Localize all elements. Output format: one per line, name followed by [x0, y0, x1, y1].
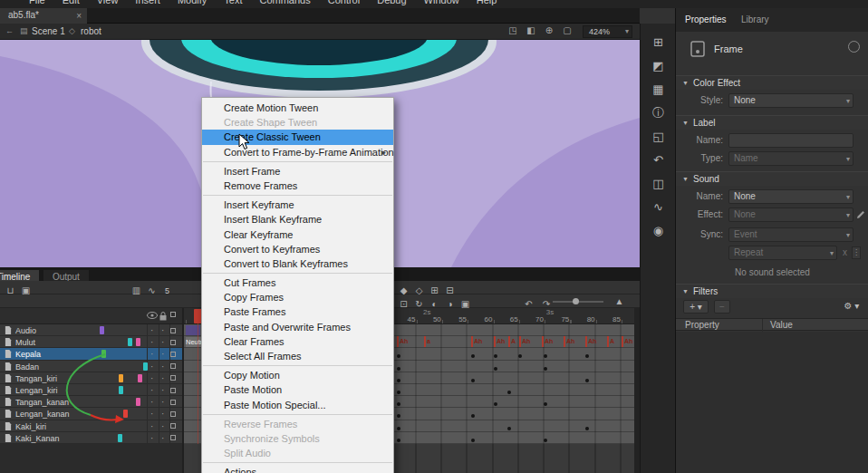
keyframe-dot[interactable]	[397, 391, 400, 394]
camera-panel-icon[interactable]: ◉	[641, 219, 676, 243]
parent-link-swatch[interactable]	[143, 362, 148, 371]
document-tab[interactable]: ab5.fla* ×	[0, 8, 87, 24]
outline-all-icon[interactable]	[170, 312, 176, 317]
context-menu-item[interactable]: Clear Frames	[202, 334, 393, 349]
sound-name-select[interactable]: None ▾	[728, 189, 854, 204]
outline-color-swatch[interactable]	[170, 363, 176, 369]
remove-filter-button[interactable]: −	[714, 300, 730, 314]
menu-file[interactable]: File	[29, 0, 45, 8]
context-menu-item[interactable]: Copy Motion	[202, 368, 393, 382]
keyframe-dot[interactable]	[518, 354, 522, 358]
context-menu-item[interactable]: Paste Motion	[202, 382, 393, 397]
keyframe-dot[interactable]	[507, 427, 511, 430]
context-menu-item[interactable]: Copy Frames	[202, 290, 393, 304]
edit-effect-icon[interactable]	[856, 210, 865, 219]
visibility-dot[interactable]: ·	[150, 349, 153, 359]
add-filter-button[interactable]: + ▾	[683, 300, 709, 314]
visibility-dot[interactable]: ·	[150, 421, 153, 431]
context-menu-item[interactable]: Actions	[202, 465, 393, 473]
layer-row-kaki_kanan[interactable]: Kaki_Kanan··	[0, 432, 184, 444]
menu-text[interactable]: Text	[224, 0, 242, 8]
center-stage-icon[interactable]: ⊕	[540, 25, 558, 35]
layer-row-mulut[interactable]: Mulut··	[0, 336, 184, 348]
section-filters[interactable]: ▼ Filters	[676, 284, 868, 298]
context-menu-item[interactable]: Convert to Keyframes	[202, 242, 393, 256]
parent-link-swatch[interactable]	[118, 434, 122, 442]
swatches-panel-icon[interactable]: ▦	[641, 78, 676, 101]
context-menu-item[interactable]: Insert Keyframe	[202, 198, 393, 212]
context-menu-item[interactable]: Clear Keyframe	[202, 227, 393, 242]
context-menu-item[interactable]: Create Motion Tween	[202, 101, 393, 115]
layer-row-lengan_kiri[interactable]: Lengan_kiri··	[0, 384, 184, 396]
layer-row-badan[interactable]: Badan··	[0, 361, 184, 372]
context-menu-item[interactable]: Insert Frame	[202, 164, 393, 179]
layer-row-audio[interactable]: Audio··	[0, 324, 184, 336]
context-menu-item[interactable]: Convert to Frame-by-Frame Animation▸	[202, 145, 393, 159]
info-panel-icon[interactable]: ⓘ	[641, 101, 676, 125]
context-menu-item[interactable]: Create Classic Tween	[202, 130, 393, 144]
keyframe-dot[interactable]	[471, 379, 475, 382]
outline-color-swatch[interactable]	[170, 400, 176, 405]
layer-row-kepala[interactable]: Kepala··	[0, 348, 184, 360]
clip-bounds-icon[interactable]: ▢	[558, 25, 576, 35]
zoom-select[interactable]: 424% ▾	[583, 25, 632, 38]
context-menu-item[interactable]: Paste Frames	[202, 304, 393, 319]
tab-library[interactable]: Library	[741, 14, 769, 24]
timeline-zoom-slider[interactable]	[553, 301, 603, 303]
outline-color-swatch[interactable]	[170, 435, 176, 440]
outline-color-swatch[interactable]	[170, 328, 176, 333]
outline-color-swatch[interactable]	[170, 352, 176, 357]
filter-options-icon[interactable]: ⚙ ▾	[841, 300, 863, 314]
context-menu-item[interactable]: Paste Motion Special...	[202, 398, 393, 412]
context-menu-item[interactable]: Cut Frames	[202, 275, 393, 290]
lock-dot[interactable]: ·	[161, 373, 164, 383]
context-menu-item[interactable]: Insert Blank Keyframe	[202, 212, 393, 227]
slider-knob[interactable]	[573, 298, 579, 304]
color-panel-icon[interactable]: ◩	[641, 54, 676, 78]
visibility-dot[interactable]: ·	[150, 325, 153, 335]
menu-view[interactable]: View	[97, 0, 119, 8]
section-label[interactable]: ▼ Label	[676, 115, 868, 130]
parent-link-swatch[interactable]	[119, 374, 123, 382]
parent-link-swatch[interactable]	[119, 386, 123, 394]
layer-row-lengan_kanan[interactable]: Lengan_kanan··	[0, 408, 184, 420]
keyframe-dot[interactable]	[397, 402, 400, 406]
parent-link-swatch[interactable]	[123, 410, 128, 418]
parent-link-swatch[interactable]	[136, 338, 140, 346]
section-color-effect[interactable]: ▼ Color Effect	[676, 75, 868, 90]
history-panel-icon[interactable]: ↶	[641, 149, 676, 172]
parent-link-swatch[interactable]	[100, 326, 104, 334]
keyframe-dot[interactable]	[397, 414, 400, 418]
motion-presets-icon[interactable]: ∿	[641, 196, 676, 219]
tab-properties[interactable]: Properties	[685, 14, 727, 24]
keyframe-dot[interactable]	[397, 439, 400, 442]
context-menu-item[interactable]: Select All Frames	[202, 349, 393, 363]
keyframe-dot[interactable]	[507, 391, 511, 394]
parent-link-swatch[interactable]	[128, 338, 132, 346]
keyframe-dot[interactable]	[397, 367, 400, 371]
parent-link-swatch[interactable]	[138, 374, 142, 382]
context-menu-item[interactable]: Remove Frames	[202, 179, 393, 193]
keyframe-dot[interactable]	[585, 379, 589, 382]
keyframe-dot[interactable]	[494, 354, 497, 358]
lock-dot[interactable]: ·	[161, 337, 164, 347]
keyframe-dot[interactable]	[471, 414, 475, 418]
back-icon[interactable]: ←	[5, 26, 14, 35]
keyframe-dot[interactable]	[471, 439, 475, 442]
label-name-input[interactable]	[728, 133, 854, 148]
style-select[interactable]: None ▾	[728, 93, 854, 108]
visibility-dot[interactable]: ·	[150, 409, 153, 419]
section-sound[interactable]: ▼ Sound	[676, 171, 868, 186]
fill-color-icon[interactable]: ◧	[522, 25, 540, 35]
parent-link-swatch[interactable]	[136, 398, 140, 406]
lock-dot[interactable]: ·	[161, 362, 164, 372]
keyframe-dot[interactable]	[585, 427, 589, 430]
lock-dot[interactable]: ·	[161, 325, 164, 335]
menu-window[interactable]: Window	[424, 0, 459, 8]
keyframe-dot[interactable]	[471, 354, 475, 358]
outline-color-swatch[interactable]	[170, 388, 176, 393]
breadcrumb-symbol[interactable]: robot	[81, 26, 101, 36]
menu-debug[interactable]: Debug	[377, 0, 406, 8]
keyframe-dot[interactable]	[397, 379, 400, 382]
lock-dot[interactable]: ·	[161, 433, 164, 443]
